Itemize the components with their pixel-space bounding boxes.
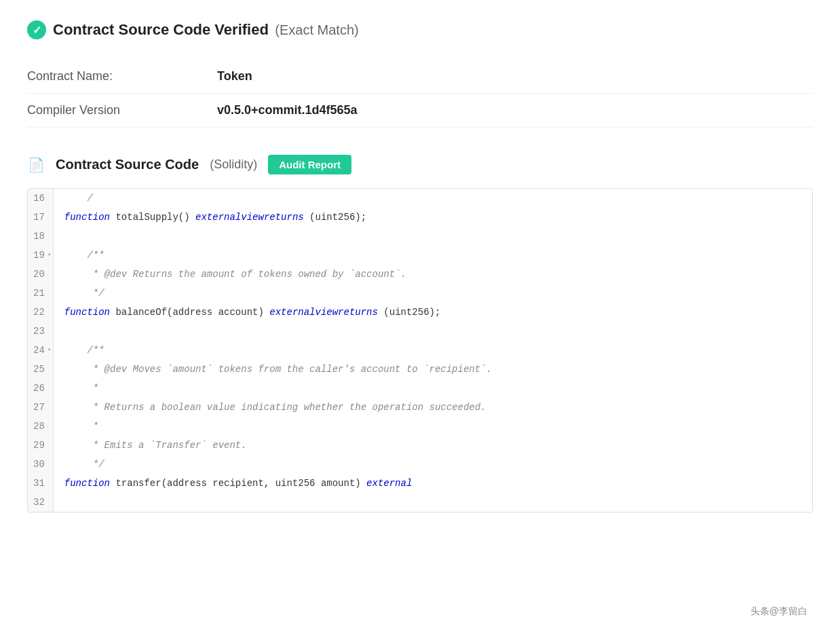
source-code-subtitle: (Solidity)	[210, 157, 257, 172]
line-number: 28	[28, 417, 53, 436]
compiler-version-row: Compiler Version v0.5.0+commit.1d4f565a	[27, 94, 813, 128]
verified-subtitle: (Exact Match)	[275, 22, 358, 37]
contract-info-table: Contract Name: Token Compiler Version v0…	[27, 60, 813, 128]
code-content-column: / function totalSupply() external view r…	[54, 189, 812, 512]
line-number: 29	[28, 436, 53, 455]
code-line: * @dev Returns the amount of tokens owne…	[54, 265, 812, 284]
line-number: 23	[28, 322, 53, 341]
line-number: 20	[28, 265, 53, 284]
line-number: 18	[28, 227, 53, 246]
code-line	[54, 493, 812, 512]
code-line: function balanceOf(address account) exte…	[54, 303, 812, 322]
contract-name-value: Token	[217, 69, 252, 83]
code-line: */	[54, 455, 812, 474]
line-number: 26	[28, 379, 53, 398]
code-block: 1617181920212223242526272829303132 / fun…	[28, 189, 812, 512]
code-line: * @dev Moves `amount` tokens from the ca…	[54, 360, 812, 379]
page-container: Contract Source Code Verified (Exact Mat…	[0, 0, 840, 533]
source-code-header: 📄 Contract Source Code (Solidity) Audit …	[27, 155, 813, 174]
code-line: function totalSupply() external view ret…	[54, 208, 812, 227]
source-code-title: Contract Source Code	[56, 157, 199, 172]
code-line: *	[54, 417, 812, 436]
line-number: 30	[28, 455, 53, 474]
contract-name-label: Contract Name:	[27, 69, 217, 83]
code-line: function transfer(address recipient, uin…	[54, 474, 812, 493]
line-number: 19	[28, 246, 53, 265]
verified-title: Contract Source Code Verified	[53, 21, 269, 38]
code-line: /**	[54, 341, 812, 360]
code-line	[54, 322, 812, 341]
verified-checkmark-icon	[27, 20, 46, 39]
verified-header: Contract Source Code Verified (Exact Mat…	[27, 20, 813, 39]
line-number: 24	[28, 341, 53, 360]
code-line: /**	[54, 246, 812, 265]
line-number: 21	[28, 284, 53, 303]
line-number: 25	[28, 360, 53, 379]
line-number: 31	[28, 474, 53, 493]
source-code-file-icon: 📄	[27, 156, 45, 174]
compiler-version-label: Compiler Version	[27, 103, 217, 117]
verified-title-group: Contract Source Code Verified (Exact Mat…	[53, 21, 359, 39]
compiler-version-value: v0.5.0+commit.1d4f565a	[217, 103, 358, 117]
line-numbers-column: 1617181920212223242526272829303132	[28, 189, 54, 512]
line-number: 27	[28, 398, 53, 417]
line-number: 16	[28, 189, 53, 208]
line-number: 17	[28, 208, 53, 227]
code-line: * Emits a `Transfer` event.	[54, 436, 812, 455]
code-container: 1617181920212223242526272829303132 / fun…	[27, 188, 813, 512]
code-line	[54, 227, 812, 246]
line-number: 32	[28, 493, 53, 512]
code-line: *	[54, 379, 812, 398]
contract-name-row: Contract Name: Token	[27, 60, 813, 94]
line-number: 22	[28, 303, 53, 322]
code-line: /	[54, 189, 812, 208]
code-line: * Returns a boolean value indicating whe…	[54, 398, 812, 417]
code-line: */	[54, 284, 812, 303]
audit-report-button[interactable]: Audit Report	[268, 155, 351, 174]
watermark: 头条@李留白	[745, 603, 813, 620]
